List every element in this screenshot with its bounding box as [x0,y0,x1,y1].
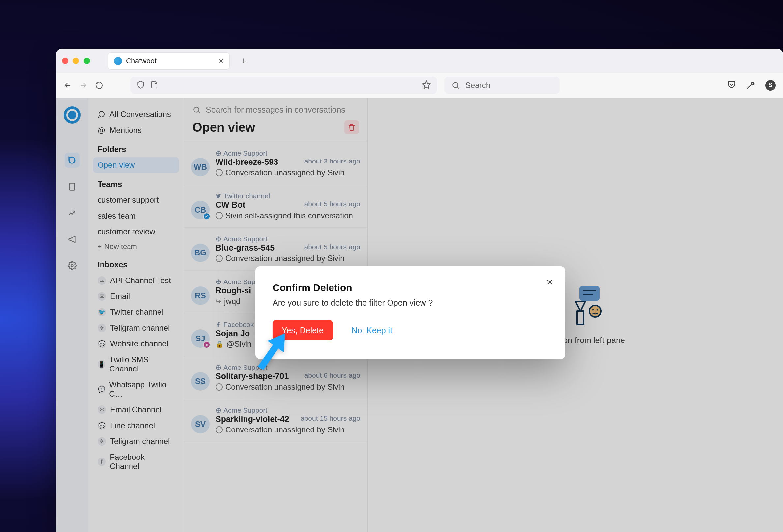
profile-avatar[interactable]: S [765,80,776,91]
tab-close-icon[interactable]: × [219,56,223,66]
inbox-item[interactable]: fFacebook Channel [93,449,179,474]
bookmark-star-icon[interactable] [422,80,431,91]
sidebar-all-conversations[interactable]: All Conversations [93,106,179,122]
browser-search[interactable]: Search [444,77,560,94]
svg-point-1 [69,157,75,163]
conversation-message: iConversation unassigned by Sivin [216,425,360,434]
mid-header: Open view [184,115,368,142]
team-sales[interactable]: sales team [93,208,179,224]
info-icon: i [216,426,223,433]
folder-open-view[interactable]: Open view [93,157,179,173]
svg-point-14 [592,309,594,311]
conversation-row[interactable]: WB Acme Support Wild-breeze-593 about 3 … [184,142,368,185]
tab-favicon [114,57,122,65]
search-icon [451,81,460,90]
rail-conversations[interactable] [65,153,80,168]
browser-window: Chatwoot × + Search [56,49,783,532]
team-customer-support[interactable]: customer support [93,192,179,208]
conversation-time: about 3 hours ago [305,157,360,167]
maximize-window-button[interactable] [84,58,90,64]
wrench-icon[interactable] [746,80,755,91]
conversation-name: Sparkling-violet-42 [216,414,289,424]
sidebar-mentions[interactable]: @ Mentions [93,122,179,138]
info-icon: i [216,212,223,219]
inbox-label: Whatsapp Twilio C… [109,380,174,399]
rail-reports[interactable] [65,205,80,220]
pocket-icon[interactable] [727,80,736,91]
close-window-button[interactable] [62,58,68,64]
inbox-item[interactable]: 📱Twilio SMS Channel [93,352,179,377]
svg-rect-2 [69,183,75,190]
inbox-item[interactable]: ☁API Channel Test [93,273,179,288]
url-bar[interactable] [130,77,437,94]
inbox-item[interactable]: 🐦Twitter channel [93,304,179,320]
conversation-avatar: WB [191,158,210,176]
modal-close-button[interactable] [545,278,554,289]
conversation-search-placeholder: Search for messages in conversations [206,105,345,115]
nav-rail [56,98,88,532]
inbox-item[interactable]: 💬Website channel [93,336,179,352]
conversation-message: iConversation unassigned by Sivin [216,168,360,177]
back-button[interactable] [63,81,72,90]
info-icon: i [216,383,223,390]
trash-icon [348,123,355,131]
inbox-label: API Channel Test [110,276,171,285]
new-tab-button[interactable]: + [240,55,246,67]
annotation-arrow [242,322,302,383]
inboxes-heading: Inboxes [93,253,179,273]
chat-icon [98,111,105,118]
team-label: sales team [98,211,136,220]
conversation-row[interactable]: SV Acme Support Sparkling-violet-42 abou… [184,399,368,442]
inbox-item[interactable]: 💬Line channel [93,418,179,433]
sidebar: All Conversations @ Mentions Folders Ope… [88,98,184,532]
inbox-icon: 🐦 [98,308,106,316]
conversation-avatar: SJ● [191,329,210,348]
conversation-message: iConversation unassigned by Sivin [216,382,360,392]
forward-button[interactable] [79,81,88,90]
rail-campaigns[interactable] [65,232,80,247]
folder-label: Open view [98,160,135,170]
minimize-window-button[interactable] [73,58,79,64]
page-icon [150,81,158,90]
inbox-icon: 💬 [98,340,106,348]
inbox-icon: ✉ [98,405,106,414]
inbox-label: Email [110,292,130,301]
inbox-icon: ☁ [98,276,106,285]
view-title: Open view [192,120,255,134]
inbox-item[interactable]: ✉Email Channel [93,402,179,418]
toolbar-extensions: S [727,80,776,91]
conversation-row[interactable]: CB✓ Twitter channel CW Bot about 5 hours… [184,185,368,228]
svg-point-15 [597,309,598,311]
delete-view-button[interactable] [344,120,359,134]
sidebar-mentions-label: Mentions [109,126,142,135]
at-icon: @ [98,126,105,135]
conversation-avatar: RS [191,286,210,305]
modal-title: Confirm Deletion [273,282,548,293]
rail-settings[interactable] [65,258,80,273]
conversation-time: about 5 hours ago [305,200,360,210]
team-label: customer review [98,227,155,236]
confirm-delete-modal: Confirm Deletion Are you sure to delete … [255,266,565,359]
cancel-delete-button[interactable]: No, Keep it [342,320,401,341]
conversation-search[interactable]: Search for messages in conversations [184,98,368,115]
modal-body: Are you sure to delete the filter Open v… [273,298,548,308]
inbox-item[interactable]: 💬Whatsapp Twilio C… [93,377,179,402]
new-team-label: New team [104,242,137,251]
conversation-avatar: SV [191,415,210,433]
info-icon: i [216,255,223,262]
window-controls [62,58,90,64]
conversation-inbox: Acme Support [216,406,360,414]
inbox-item[interactable]: ✉Email [93,288,179,304]
conversation-avatar: CB✓ [191,201,210,219]
inbox-item[interactable]: ✈Teligram channel [93,320,179,336]
team-customer-review[interactable]: customer review [93,224,179,240]
rail-contacts[interactable] [65,179,80,194]
inbox-item[interactable]: ✈Teligram channel [93,433,179,449]
reload-button[interactable] [95,81,103,90]
browser-tab[interactable]: Chatwoot × [108,53,230,69]
tab-title: Chatwoot [126,57,157,65]
new-team-button[interactable]: + New team [93,240,179,253]
reply-icon: ↩ [216,297,221,306]
app-logo[interactable] [64,106,81,124]
conversation-row[interactable]: BG Acme Support Blue-grass-545 about 5 h… [184,228,368,271]
